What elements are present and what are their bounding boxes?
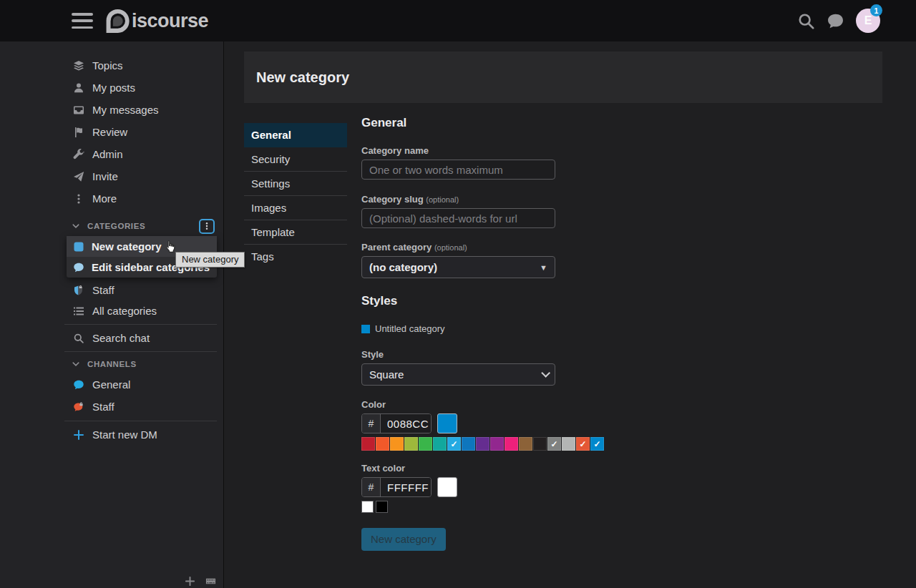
notification-badge: 1 <box>870 4 882 16</box>
color-palette: ✓✓✓✓ <box>361 437 691 451</box>
sidebar-item-staff-category[interactable]: Staff <box>0 280 223 300</box>
user-avatar[interactable]: E 1 <box>856 9 880 33</box>
page-title: New category <box>256 69 349 86</box>
main-content: New category General Security Settings I… <box>225 41 916 588</box>
search-icon[interactable] <box>797 12 815 30</box>
discourse-logo[interactable]: iscourse <box>104 8 208 34</box>
tab-images[interactable]: Images <box>244 196 347 220</box>
sidebar-item-admin[interactable]: Admin <box>0 143 223 165</box>
color-label: Color <box>361 399 691 410</box>
tooltip: New category <box>175 252 245 268</box>
sidebar-item-my-posts[interactable]: My posts <box>0 77 223 99</box>
color-swatch[interactable] <box>361 437 375 451</box>
flag-icon <box>72 126 84 138</box>
tab-tags[interactable]: Tags <box>244 245 347 269</box>
discourse-mark-icon <box>104 8 131 34</box>
color-hex-input[interactable] <box>381 414 431 433</box>
sidebar-item-more[interactable]: More <box>0 187 223 210</box>
color-swatch[interactable] <box>519 437 532 451</box>
style-select[interactable]: Square <box>361 363 555 386</box>
color-swatch[interactable] <box>533 437 547 451</box>
categories-section-header[interactable]: CATEGORIES <box>0 215 223 237</box>
check-icon: ✓ <box>450 440 457 449</box>
color-swatch[interactable] <box>376 501 388 513</box>
sidebar-item-label: General <box>92 378 130 391</box>
paper-plane-icon <box>72 170 84 182</box>
sidebar-item-label: Search chat <box>92 332 150 344</box>
chevron-down-icon <box>72 222 80 230</box>
color-hex-group: # <box>361 413 432 433</box>
chevron-down-icon <box>541 368 550 378</box>
brand-text: iscourse <box>132 10 208 32</box>
color-swatch[interactable] <box>390 437 404 451</box>
search-icon <box>72 332 84 344</box>
sidebar-item-label: Staff <box>92 401 114 413</box>
check-icon: ✓ <box>579 440 586 449</box>
color-swatch[interactable]: ✓ <box>590 437 604 451</box>
sidebar-item-channel-staff[interactable]: Staff <box>0 396 223 418</box>
sidebar-item-review[interactable]: Review <box>0 121 223 143</box>
general-section-heading: General <box>361 116 691 130</box>
hamburger-menu-icon[interactable] <box>72 13 93 29</box>
sidebar-item-channel-general[interactable]: General <box>0 373 223 396</box>
sidebar-item-label: Staff <box>92 284 114 296</box>
color-swatch[interactable] <box>462 437 475 451</box>
plus-icon[interactable] <box>185 576 195 587</box>
parent-category-select[interactable]: (no category) ▼ <box>361 256 555 278</box>
category-slug-input[interactable] <box>361 208 555 228</box>
color-swatch[interactable] <box>361 501 374 513</box>
text-color-label: Text color <box>361 463 691 474</box>
hand-pointer-cursor <box>162 239 177 255</box>
text-color-hex-input[interactable] <box>381 478 431 496</box>
category-tabs: General Security Settings Images Templat… <box>244 123 347 551</box>
wrench-icon <box>72 148 84 160</box>
sidebar-item-invite[interactable]: Invite <box>0 165 223 187</box>
plus-icon <box>72 428 84 441</box>
divider <box>64 351 217 352</box>
sidebar-item-all-categories[interactable]: All categories <box>0 300 223 321</box>
color-swatch[interactable] <box>562 437 575 451</box>
chat-icon[interactable] <box>827 12 844 30</box>
color-swatch[interactable]: ✓ <box>447 437 461 451</box>
sidebar-footer <box>185 576 216 587</box>
sidebar-item-topics[interactable]: Topics <box>0 54 223 77</box>
user-icon <box>72 82 84 94</box>
category-name-input[interactable] <box>361 160 555 180</box>
color-swatch[interactable] <box>376 437 389 451</box>
sidebar: Topics My posts My messages Review Admin… <box>0 41 224 588</box>
header-bar: iscourse E 1 <box>0 0 916 41</box>
check-icon: ✓ <box>550 440 557 449</box>
hash-prefix: # <box>362 414 381 433</box>
tab-settings[interactable]: Settings <box>244 172 347 196</box>
chat-bubble-icon <box>72 378 84 391</box>
color-swatch[interactable]: ✓ <box>547 437 561 451</box>
sidebar-item-my-messages[interactable]: My messages <box>0 99 223 121</box>
category-form: General Category name Category slug (opt… <box>361 116 691 551</box>
channels-section-header[interactable]: CHANNELS <box>0 355 223 373</box>
color-swatch[interactable] <box>476 437 489 451</box>
tab-general[interactable]: General <box>244 123 347 147</box>
sidebar-item-start-new-dm[interactable]: Start new DM <box>0 424 223 445</box>
tab-template[interactable]: Template <box>244 220 347 245</box>
sidebar-item-label: Invite <box>92 170 118 182</box>
ellipsis-icon <box>203 222 211 230</box>
color-swatch[interactable] <box>404 437 418 451</box>
categories-section-label: CATEGORIES <box>87 222 145 230</box>
sidebar-item-search-chat[interactable]: Search chat <box>0 328 223 348</box>
color-swatch[interactable] <box>433 437 447 451</box>
color-swatch[interactable]: ✓ <box>576 437 590 451</box>
color-swatch[interactable] <box>419 437 432 451</box>
hash-prefix: # <box>362 478 381 496</box>
color-swatch[interactable] <box>505 437 518 451</box>
tab-security[interactable]: Security <box>244 147 347 172</box>
color-swatch[interactable] <box>490 437 504 451</box>
sidebar-item-label: More <box>92 192 117 205</box>
layers-icon <box>72 59 84 72</box>
keyboard-icon[interactable] <box>205 576 216 587</box>
new-category-submit-button[interactable]: New category <box>361 528 446 551</box>
category-slug-label: Category slug (optional) <box>361 194 691 205</box>
page-title-banner: New category <box>244 52 882 103</box>
badge-color-swatch <box>361 325 370 333</box>
category-name-label: Category name <box>361 145 691 156</box>
categories-options-button[interactable] <box>199 219 215 234</box>
